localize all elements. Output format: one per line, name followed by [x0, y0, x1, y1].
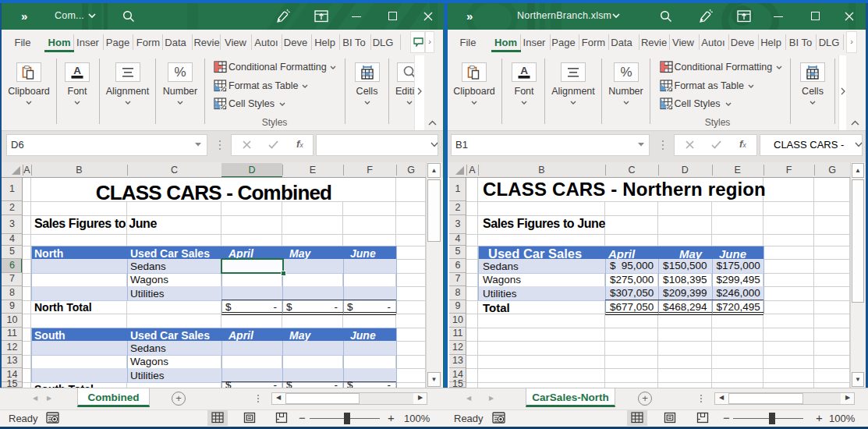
svg-text:A: A — [520, 65, 528, 76]
svg-text:%: % — [174, 65, 186, 80]
svg-text:%: % — [620, 65, 632, 80]
svg-text:A: A — [73, 65, 81, 76]
